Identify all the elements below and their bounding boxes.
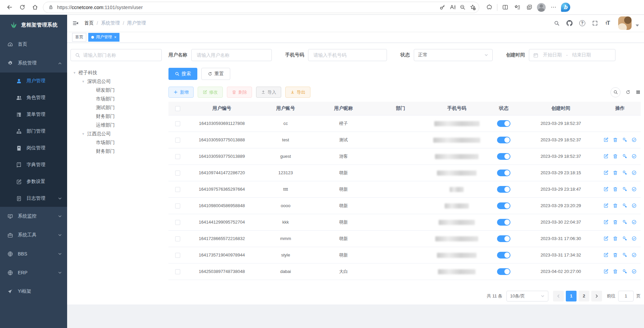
assign-role-icon[interactable]: [632, 187, 637, 192]
sidebar-item-system[interactable]: 系统管理: [0, 54, 67, 73]
edit-icon[interactable]: [603, 203, 608, 208]
copilot-icon[interactable]: b: [559, 1, 572, 13]
edit-icon[interactable]: [603, 236, 608, 241]
sidebar-item-param[interactable]: 参数设置: [0, 173, 67, 190]
delete-icon[interactable]: [613, 170, 618, 175]
goto-page-input[interactable]: [618, 291, 634, 301]
delete-icon[interactable]: [613, 220, 618, 225]
edit-icon[interactable]: [603, 154, 608, 159]
assign-role-icon[interactable]: [632, 203, 637, 208]
tree-node[interactable]: 研发部门: [70, 86, 162, 95]
status-toggle[interactable]: [497, 252, 510, 259]
export-button[interactable]: 导出: [285, 87, 310, 98]
department-search[interactable]: [70, 49, 162, 61]
status-toggle[interactable]: [497, 153, 510, 160]
reset-password-icon[interactable]: [622, 154, 627, 159]
url-text[interactable]: https://ccnetcore.com:1101/system/user: [57, 5, 143, 10]
github-icon[interactable]: [564, 18, 575, 28]
import-button[interactable]: 导入: [256, 87, 281, 98]
search-icon[interactable]: [552, 18, 562, 28]
phone-input[interactable]: [308, 49, 387, 61]
column-settings-icon[interactable]: [636, 90, 641, 95]
status-toggle[interactable]: [497, 268, 510, 275]
delete-icon[interactable]: [613, 154, 618, 159]
reset-password-icon[interactable]: [622, 220, 627, 225]
sidebar-item-log[interactable]: 日志管理: [0, 190, 67, 207]
sidebar-item-dict[interactable]: 字典管理: [0, 156, 67, 173]
avatar[interactable]: [618, 16, 632, 30]
delete-icon[interactable]: [613, 187, 618, 192]
username-input[interactable]: [191, 49, 272, 61]
sidebar-item-bbs[interactable]: BBS: [0, 244, 67, 263]
edit-icon[interactable]: [603, 170, 608, 175]
app-logo[interactable]: 意框架管理系统: [0, 15, 67, 35]
sidebar-item-yi[interactable]: Yi框架: [0, 282, 67, 301]
delete-icon[interactable]: [613, 252, 618, 257]
prev-page-button[interactable]: [553, 291, 564, 301]
edit-icon[interactable]: [603, 187, 608, 192]
reset-password-icon[interactable]: [622, 187, 627, 192]
reset-button[interactable]: 重置: [201, 68, 230, 80]
key-icon[interactable]: [437, 2, 447, 12]
row-checkbox[interactable]: [175, 236, 180, 241]
reset-password-icon[interactable]: [622, 137, 627, 142]
fullscreen-icon[interactable]: [590, 18, 600, 28]
zoom-out-icon[interactable]: [457, 2, 467, 12]
sidebar-item-user[interactable]: 用户管理: [0, 73, 67, 89]
assign-role-icon[interactable]: [632, 154, 637, 159]
search-button[interactable]: 搜索: [168, 68, 197, 80]
refresh-table-icon[interactable]: [626, 90, 631, 95]
edit-icon[interactable]: [603, 220, 608, 225]
row-checkbox[interactable]: [175, 269, 180, 274]
edit-button[interactable]: 修改: [198, 87, 223, 98]
status-toggle[interactable]: [497, 170, 510, 176]
tab-home[interactable]: 首页: [72, 33, 86, 42]
edit-icon[interactable]: [603, 269, 608, 274]
tree-node[interactable]: 市场部门: [70, 138, 162, 147]
reset-password-icon[interactable]: [622, 236, 627, 241]
status-toggle[interactable]: [497, 186, 510, 193]
status-toggle[interactable]: [497, 235, 510, 242]
row-checkbox[interactable]: [175, 171, 180, 176]
department-search-input[interactable]: [83, 52, 157, 58]
assign-role-icon[interactable]: [632, 170, 637, 175]
row-checkbox[interactable]: [175, 138, 180, 143]
assign-role-icon[interactable]: [632, 220, 637, 225]
page-button-1[interactable]: 1: [566, 291, 577, 301]
tree-node[interactable]: ▼江西总公司: [70, 130, 162, 138]
page-button-2[interactable]: 2: [579, 291, 589, 301]
breadcrumb-home[interactable]: 首页: [84, 20, 94, 26]
sidebar-collapse-icon[interactable]: [72, 20, 79, 27]
refresh-icon[interactable]: [16, 1, 28, 13]
row-checkbox[interactable]: [175, 121, 180, 126]
assign-role-icon[interactable]: [632, 236, 637, 241]
delete-icon[interactable]: [613, 203, 618, 208]
sidebar-item-home[interactable]: 首页: [0, 35, 67, 54]
delete-button[interactable]: 删除: [227, 87, 252, 98]
split-screen-icon[interactable]: [499, 1, 511, 13]
breadcrumb-system[interactable]: 系统管理: [101, 20, 120, 26]
sidebar-item-tool[interactable]: 系统工具: [0, 226, 67, 244]
edit-icon[interactable]: [603, 252, 608, 257]
sidebar-item-monitor[interactable]: 系统监控: [0, 207, 67, 226]
read-aloud-icon[interactable]: [447, 2, 457, 12]
tree-node[interactable]: 运维部门: [70, 121, 162, 130]
row-checkbox[interactable]: [175, 203, 180, 208]
tree-node[interactable]: 市场部门: [70, 95, 162, 103]
status-select[interactable]: 正常: [414, 49, 493, 61]
row-checkbox[interactable]: [175, 253, 180, 258]
date-range-picker[interactable]: 开始日期 - 结束日期: [529, 49, 615, 61]
delete-icon[interactable]: [613, 137, 618, 142]
reset-password-icon[interactable]: [622, 170, 627, 175]
row-checkbox[interactable]: [175, 154, 180, 159]
lock-icon[interactable]: [48, 4, 54, 10]
font-size-icon[interactable]: tT: [603, 18, 613, 28]
edit-icon[interactable]: [603, 137, 608, 142]
essentials-icon[interactable]: [483, 1, 495, 13]
favorites-icon[interactable]: [511, 1, 523, 13]
help-icon[interactable]: ?: [577, 18, 587, 28]
reset-password-icon[interactable]: [622, 203, 627, 208]
status-toggle[interactable]: [497, 137, 510, 143]
tab-user-management[interactable]: 用户管理 ×: [88, 33, 119, 42]
tree-node[interactable]: 财务部门: [70, 147, 162, 156]
